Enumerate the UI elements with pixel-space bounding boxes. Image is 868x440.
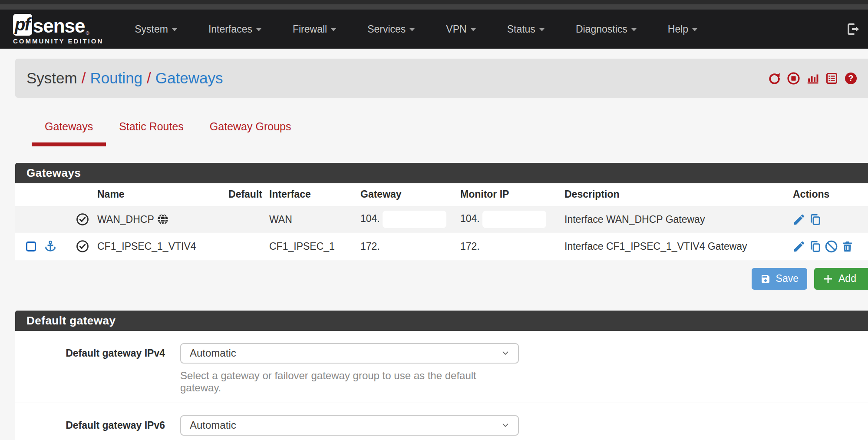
chevron-down-icon [631,28,637,31]
tab-gateways[interactable]: Gateways [32,120,106,146]
gateway-description: Interface WAN_DHCP Gateway [554,206,782,233]
gateways-table: Name Default Interface Gateway Monitor I… [15,183,868,260]
window-top-strip [0,0,868,4]
plus-icon [823,274,833,284]
ipv4-help-text: Select a gateway or failover gateway gro… [180,370,519,399]
col-gateway: Gateway [350,183,449,206]
table-row-wan-dhcp: WAN_DHCP WAN 104. 104. [15,206,868,233]
breadcrumb-routing-link[interactable]: Routing [90,69,142,87]
pfsense-logo[interactable]: pfsense® COMMUNITY EDITION [13,14,103,45]
gateway-interface: WAN [269,206,350,233]
check-circle-icon [76,213,89,226]
logo-registered-mark: ® [86,30,89,36]
redaction-box [482,211,546,228]
chevron-down-icon [501,420,510,430]
chevron-down-icon [501,348,510,358]
top-navbar: pfsense® COMMUNITY EDITION System Interf… [0,10,868,49]
col-actions: Actions [782,183,868,206]
copy-icon[interactable] [809,240,822,253]
menu-services[interactable]: Services [367,23,415,35]
col-name: Name [96,183,221,206]
stop-icon[interactable] [787,72,800,85]
globe-icon [157,213,169,225]
col-default: Default [221,183,269,206]
col-description: Description [554,183,782,206]
log-list-icon[interactable] [825,72,838,85]
breadcrumb: System / Routing / Gateways [15,59,868,98]
breadcrumb-separator: / [82,69,86,87]
table-header-row: Name Default Interface Gateway Monitor I… [15,183,868,206]
chevron-down-icon [409,28,415,31]
gateways-panel: Gateways Name Default Interface Gateway … [15,163,868,260]
default-gateway-ipv6-select[interactable]: Automatic [180,415,519,436]
menu-status[interactable]: Status [507,23,545,35]
breadcrumb-separator: / [147,69,151,87]
save-button[interactable]: Save [752,268,807,290]
edit-icon[interactable] [792,213,806,226]
page-action-icons: ? [768,72,858,85]
row-checkbox[interactable] [26,242,36,251]
gateway-description: Interface CF1_IPSEC_1_VTIV4 Gateway [554,233,782,260]
window-sub-strip [0,4,868,10]
gateway-default [221,206,269,233]
menu-system[interactable]: System [135,23,177,35]
form-row-ipv4: Default gateway IPv4 Automatic Select a … [15,331,868,403]
chevron-down-icon [172,28,177,31]
breadcrumb-system: System [26,69,77,87]
gateways-panel-header: Gateways [15,163,868,183]
menu-vpn[interactable]: VPN [446,23,475,35]
default-gateway-panel: Default gateway Default gateway IPv4 Aut… [15,311,868,440]
chevron-down-icon [539,28,545,31]
svg-text:?: ? [848,73,854,83]
tab-gateway-groups[interactable]: Gateway Groups [197,120,304,146]
save-icon [760,274,771,284]
main-menu: System Interfaces Firewall Services VPN … [135,23,697,35]
default-gateway-panel-header: Default gateway [15,311,868,331]
gateway-address: 104. [360,213,380,224]
sign-out-icon[interactable] [845,22,860,36]
menu-diagnostics[interactable]: Diagnostics [576,23,637,35]
monitor-ip: 104. [460,213,480,224]
logo-pf: pf [13,14,32,36]
panel-title: Gateways [26,166,81,180]
menu-firewall[interactable]: Firewall [293,23,336,35]
refresh-icon[interactable] [768,72,781,85]
default-gateway-ipv4-select[interactable]: Automatic [180,343,519,364]
add-button[interactable]: Add [814,268,868,290]
page-container: System / Routing / Gateways [15,59,868,440]
help-icon[interactable]: ? [844,72,858,85]
table-buttons: Save Add [15,260,868,290]
monitor-ip: 172. [449,233,554,260]
gateway-address: 172. [350,233,449,260]
col-interface: Interface [269,183,350,206]
tab-static-routes[interactable]: Static Routes [106,120,197,146]
menu-interfaces[interactable]: Interfaces [208,23,261,35]
default-gateway-ipv6-label: Default gateway IPv6 [15,415,165,440]
edit-icon[interactable] [792,240,806,253]
logo-edition-label: COMMUNITY EDITION [13,37,103,45]
chevron-down-icon [331,28,336,31]
breadcrumb-gateways-link[interactable]: Gateways [155,69,223,87]
chevron-down-icon [692,28,697,31]
redaction-box [383,211,446,228]
panel-title: Default gateway [26,314,116,328]
gateway-default [221,233,269,260]
table-row-cf1-ipsec: CF1_IPSEC_1_VTIV4 CF1_IPSEC_1 172. 172. … [15,233,868,260]
monitor-graph-icon[interactable] [806,72,819,85]
check-circle-icon [76,240,89,253]
chevron-down-icon [471,28,476,31]
copy-icon[interactable] [809,213,822,226]
chevron-down-icon [256,28,261,31]
gateway-name: CF1_IPSEC_1_VTIV4 [96,233,221,260]
delete-icon[interactable] [841,240,854,253]
anchor-icon[interactable] [44,240,57,253]
logo-sense: sense [33,17,85,36]
disable-icon[interactable] [825,240,838,253]
menu-help[interactable]: Help [668,23,697,35]
gateway-interface: CF1_IPSEC_1 [269,233,350,260]
default-gateway-ipv4-label: Default gateway IPv4 [15,343,165,399]
gateway-name: WAN_DHCP [97,214,154,225]
col-monitor-ip: Monitor IP [449,183,554,206]
routing-tabs: Gateways Static Routes Gateway Groups [15,120,868,146]
form-row-ipv6: Default gateway IPv6 Automatic Select a … [15,403,868,440]
